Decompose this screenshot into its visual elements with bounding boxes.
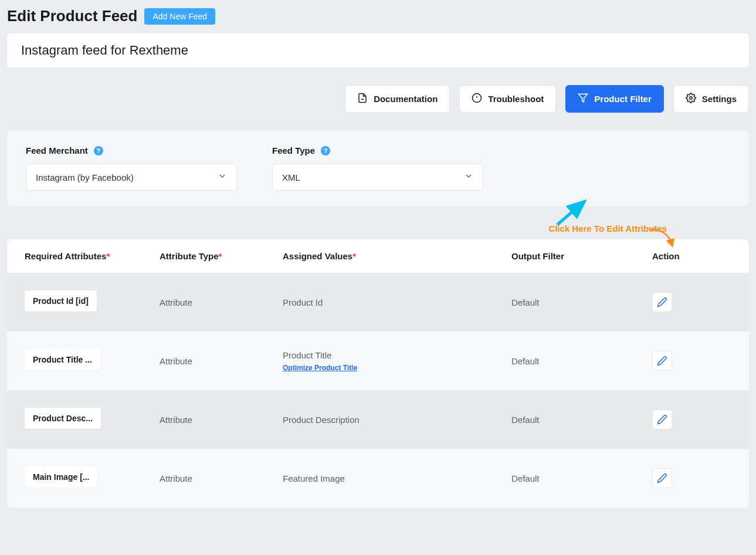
th-attr-type: Attribute Type — [160, 251, 219, 261]
feed-merchant-label: Feed Merchant — [26, 145, 88, 155]
required-star: * — [219, 251, 222, 261]
output-filter-cell: Default — [511, 473, 652, 483]
table-row: Product Id [id]AttributeProduct IdDefaul… — [7, 273, 749, 331]
feed-name-input[interactable]: Instagram feed for Rextheme — [21, 43, 735, 58]
settings-button[interactable]: Settings — [673, 85, 749, 113]
attr-type-cell: Attribute — [160, 356, 283, 366]
troubleshoot-button[interactable]: Troubleshoot — [459, 85, 556, 113]
table-header: Required Attributes* Attribute Type* Ass… — [7, 239, 749, 273]
required-star: * — [106, 251, 110, 261]
feed-name-container: Instagram feed for Rextheme — [7, 33, 749, 67]
assigned-value-cell: Product Description — [283, 415, 511, 425]
th-action: Action — [652, 251, 749, 261]
th-output-filter: Output Filter — [511, 251, 652, 261]
chevron-down-icon — [218, 171, 227, 183]
product-filter-button[interactable]: Product Filter — [565, 85, 664, 113]
edit-row-button[interactable] — [652, 468, 672, 488]
document-icon — [357, 93, 368, 105]
attr-type-cell: Attribute — [160, 415, 283, 425]
attr-type-cell: Attribute — [160, 473, 283, 483]
th-assigned: Assigned Values — [283, 251, 352, 261]
filter-icon — [578, 93, 588, 105]
attr-type-cell: Attribute — [160, 297, 283, 307]
help-icon[interactable]: ? — [94, 146, 103, 155]
chevron-down-icon — [464, 171, 473, 183]
attribute-pill[interactable]: Product Title ... — [25, 349, 100, 370]
edit-row-button[interactable] — [652, 351, 672, 371]
assigned-value-cell: Product Id — [283, 297, 511, 307]
page-title: Edit Product Feed — [7, 7, 137, 25]
assigned-value-cell: Product Title — [283, 350, 511, 360]
settings-label: Settings — [702, 94, 737, 104]
required-star: * — [352, 251, 356, 261]
gear-icon — [686, 93, 696, 105]
feed-type-label: Feed Type — [272, 145, 315, 155]
optimize-link[interactable]: Optimize Product Title — [283, 364, 511, 372]
feed-type-select[interactable]: XML — [272, 164, 483, 191]
table-row: Product Title ...AttributeProduct TitleO… — [7, 331, 749, 390]
attribute-pill[interactable]: Main Image [... — [25, 466, 97, 488]
th-required: Required Attributes — [25, 251, 106, 261]
svg-marker-4 — [579, 94, 588, 102]
attribute-pill[interactable]: Product Desc... — [25, 408, 101, 429]
alert-icon — [472, 93, 482, 105]
documentation-button[interactable]: Documentation — [345, 85, 450, 113]
table-row: Main Image [...AttributeFeatured ImageDe… — [7, 449, 749, 507]
toolbar: Documentation Troubleshoot Product Filte… — [7, 85, 749, 113]
svg-point-5 — [690, 97, 693, 100]
attribute-pill[interactable]: Product Id [id] — [25, 290, 97, 312]
attributes-table: Required Attributes* Attribute Type* Ass… — [7, 239, 749, 507]
product-filter-label: Product Filter — [594, 94, 652, 104]
annotation-curved-arrow-icon — [649, 225, 679, 248]
output-filter-cell: Default — [511, 415, 652, 425]
edit-row-button[interactable] — [652, 292, 672, 312]
help-icon[interactable]: ? — [321, 146, 330, 155]
edit-row-button[interactable] — [652, 410, 672, 429]
add-new-feed-button[interactable]: Add New Feed — [144, 8, 215, 25]
feed-type-value: XML — [282, 172, 300, 182]
output-filter-cell: Default — [511, 356, 652, 366]
table-row: Product Desc...AttributeProduct Descript… — [7, 390, 749, 449]
troubleshoot-label: Troubleshoot — [488, 94, 544, 104]
config-panel: Feed Merchant ? Instagram (by Facebook) … — [7, 130, 749, 206]
feed-merchant-select[interactable]: Instagram (by Facebook) — [26, 164, 237, 191]
assigned-value-cell: Featured Image — [283, 473, 511, 483]
feed-merchant-value: Instagram (by Facebook) — [36, 172, 134, 182]
output-filter-cell: Default — [511, 297, 652, 307]
documentation-label: Documentation — [374, 94, 438, 104]
